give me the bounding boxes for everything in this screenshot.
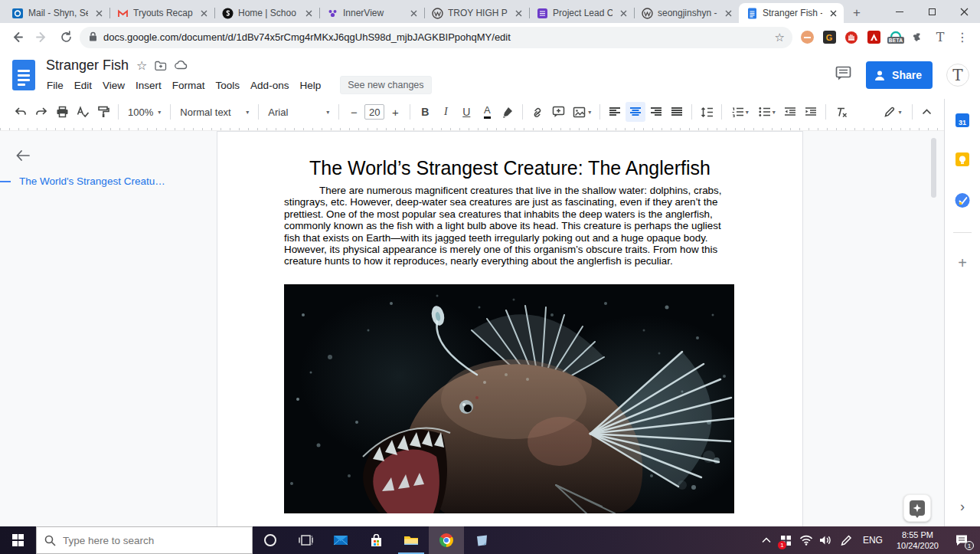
explore-button[interactable] [903, 494, 931, 522]
menu-format[interactable]: Format [167, 77, 211, 93]
language-indicator[interactable]: ENG [857, 535, 889, 546]
menu-addons[interactable]: Add-ons [245, 77, 294, 93]
share-button[interactable]: Share [866, 61, 933, 89]
line-spacing-button[interactable] [697, 102, 717, 122]
extension-g-icon[interactable]: G [821, 29, 838, 46]
bold-button[interactable]: B [415, 102, 435, 122]
keep-icon[interactable] [956, 152, 969, 166]
sticky-notes-button[interactable] [464, 526, 499, 554]
outline-item[interactable]: The World's Strangest Creatu… [0, 175, 207, 187]
decrease-indent-button[interactable] [780, 102, 800, 122]
extension-acrobat-icon[interactable] [865, 29, 882, 46]
menu-insert[interactable]: Insert [130, 77, 167, 93]
highlight-color-button[interactable] [498, 102, 518, 122]
taskbar-clock[interactable]: 8:55 PM 10/24/2020 [890, 529, 945, 551]
calendar-icon[interactable]: 31 [956, 113, 969, 127]
paragraph-style-select[interactable]: Normal text▾ [175, 102, 253, 122]
tab-close-icon[interactable] [617, 7, 629, 19]
window-minimize-button[interactable] [884, 0, 916, 23]
zoom-select[interactable]: 100%▾ [123, 102, 165, 122]
move-to-folder-icon[interactable] [155, 61, 167, 70]
tab-seongjinshyn[interactable]: seongjinshyn - [634, 3, 739, 23]
redo-button[interactable] [31, 102, 51, 122]
menu-view[interactable]: View [97, 77, 130, 93]
extension-t-icon[interactable]: T [932, 29, 949, 46]
tab-close-icon[interactable] [302, 7, 315, 19]
tray-expand-icon[interactable] [757, 526, 776, 554]
chrome-button[interactable] [429, 526, 464, 554]
document-status-cloud-icon[interactable] [175, 61, 188, 70]
align-right-button[interactable] [646, 102, 666, 122]
menu-file[interactable]: File [41, 77, 69, 93]
menu-edit[interactable]: Edit [69, 77, 97, 93]
tab-close-icon[interactable] [722, 7, 734, 19]
tab-close-icon[interactable] [198, 7, 210, 19]
italic-button[interactable]: I [436, 102, 456, 122]
see-new-changes-link[interactable]: See new changes [340, 76, 431, 94]
reload-button[interactable] [55, 27, 77, 48]
anglerfish-image[interactable] [284, 284, 734, 513]
decrease-font-size-button[interactable]: − [344, 102, 364, 122]
ruler[interactable] [0, 125, 944, 131]
extension-adblock-icon[interactable] [843, 29, 860, 46]
tray-app-grid-icon[interactable]: 1 [777, 526, 795, 554]
tab-schoology[interactable]: Home | Schoo [214, 3, 319, 23]
numbered-list-button[interactable]: ▾ [727, 102, 753, 122]
tab-stranger-fish-active[interactable]: Stranger Fish - [739, 3, 844, 23]
scrollbar-thumb[interactable] [931, 138, 936, 198]
window-maximize-button[interactable] [916, 0, 948, 23]
extension-beta-icon[interactable]: BETA [887, 29, 904, 46]
text-color-button[interactable]: A [477, 102, 497, 122]
document-heading[interactable]: The World’s Strangest Creature: The Angl… [217, 157, 802, 179]
tab-innerview[interactable]: InnerView [319, 3, 424, 23]
file-explorer-button[interactable] [394, 526, 429, 554]
add-comment-button[interactable] [548, 102, 568, 122]
tab-mail[interactable]: Mail - Shyn, Se [5, 3, 109, 23]
action-center-icon[interactable]: 1 [946, 526, 977, 554]
address-bar[interactable]: docs.google.com/document/d/1dBv74x5rCmg4… [80, 27, 792, 48]
tab-close-icon[interactable] [407, 7, 420, 19]
print-button[interactable] [52, 102, 72, 122]
clear-formatting-button[interactable] [831, 102, 851, 122]
taskbar-search[interactable] [36, 526, 253, 554]
store-app-button[interactable] [358, 526, 394, 554]
tab-close-icon[interactable] [512, 7, 524, 19]
undo-button[interactable] [11, 102, 31, 122]
back-button[interactable] [6, 27, 28, 48]
align-left-button[interactable] [605, 102, 625, 122]
collapse-toolbar-button[interactable] [916, 102, 936, 122]
google-docs-logo[interactable] [12, 60, 35, 90]
tasks-icon[interactable] [956, 193, 970, 208]
editing-mode-button[interactable]: ▾ [877, 102, 908, 122]
task-view-button[interactable] [288, 526, 323, 554]
menu-help[interactable]: Help [294, 77, 326, 93]
font-size-input[interactable]: 20 [364, 104, 384, 120]
bulleted-list-button[interactable]: ▾ [753, 102, 779, 122]
window-close-button[interactable] [948, 0, 980, 23]
windows-ink-pen-icon[interactable] [837, 526, 855, 554]
forward-button[interactable] [31, 27, 52, 48]
menu-tools[interactable]: Tools [211, 77, 246, 93]
taskbar-search-input[interactable] [63, 535, 216, 546]
spellcheck-button[interactable] [73, 102, 93, 122]
close-outline-icon[interactable] [14, 146, 32, 165]
open-comments-icon[interactable] [835, 66, 852, 84]
increase-indent-button[interactable] [801, 102, 821, 122]
paint-format-button[interactable] [93, 102, 113, 122]
insert-link-button[interactable] [528, 102, 547, 122]
insert-image-button[interactable]: ▾ [569, 102, 595, 122]
get-addons-button[interactable]: + [958, 254, 967, 272]
document-page[interactable]: The World’s Strangest Creature: The Angl… [217, 131, 803, 526]
mail-app-button[interactable] [323, 526, 358, 554]
tab-project-lead[interactable]: Project Lead C [529, 3, 634, 23]
cortana-button[interactable] [253, 526, 288, 554]
browser-menu-icon[interactable]: ⋮ [954, 29, 971, 46]
document-title[interactable]: Stranger Fish [46, 57, 129, 74]
account-avatar[interactable]: T [946, 64, 969, 87]
document-paragraph[interactable]: There are numerous magnificent creatures… [284, 185, 736, 267]
justify-button[interactable] [667, 102, 687, 122]
increase-font-size-button[interactable]: + [385, 102, 405, 122]
tab-troy-high[interactable]: TROY HIGH PR [424, 3, 529, 23]
tab-close-icon[interactable] [93, 7, 105, 19]
extensions-puzzle-icon[interactable] [910, 29, 926, 46]
